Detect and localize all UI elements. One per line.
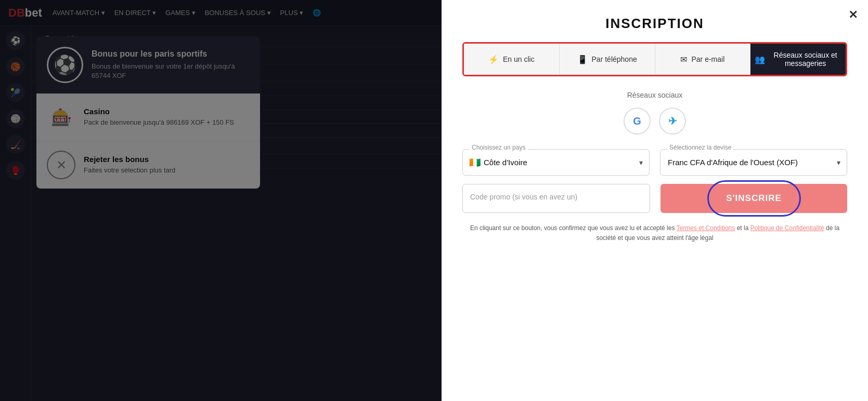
telegram-icon: ✈ [668, 115, 677, 127]
promo-code-input[interactable] [463, 184, 650, 209]
tab-en-un-clic[interactable]: ⚡ En un clic [464, 44, 560, 75]
country-select[interactable]: Côte d'Ivoire [463, 150, 649, 175]
currency-label: Sélectionnez la devise [667, 144, 733, 151]
tab-par-email-label: Par e-mail [691, 55, 724, 63]
google-icon: G [633, 115, 641, 127]
currency-field: Sélectionnez la devise Franc CFA d'Afriq… [660, 149, 847, 176]
terms-text: En cliquant sur ce bouton, vous confirme… [462, 223, 847, 243]
modal-title: INSCRIPTION [462, 16, 847, 32]
tab-en-un-clic-label: En un clic [503, 55, 535, 63]
form-row-country-currency: Choisissez un pays 🇨🇮 Côte d'Ivoire ▾ Sé… [462, 149, 847, 176]
tab-reseaux-sociaux[interactable]: 👥 Réseaux sociaux et messageries [750, 44, 846, 75]
modal-overlay: ✕ INSCRIPTION ⚡ En un clic 📱 Par télépho… [0, 0, 868, 401]
group-icon: 👥 [755, 55, 765, 64]
country-label: Choisissez un pays [470, 144, 527, 151]
terms-text-and: et la [737, 224, 750, 232]
register-btn-wrap: S'INSCRIRE [660, 184, 847, 213]
currency-select[interactable]: Franc CFA d'Afrique de l'Ouest (XOF) [660, 150, 847, 175]
terms-conditions-link[interactable]: Termes et Conditions [677, 224, 735, 232]
social-section-label: Réseaux sociaux [462, 91, 847, 99]
tab-reseaux-label: Réseaux sociaux et messageries [769, 51, 841, 68]
tab-par-email[interactable]: ✉ Par e-mail [655, 44, 751, 75]
currency-select-wrap: Franc CFA d'Afrique de l'Ouest (XOF) ▾ [660, 149, 847, 176]
country-flag: 🇨🇮 [469, 157, 481, 168]
google-login-button[interactable]: G [624, 108, 651, 135]
background: DBbet AVANT-MATCH ▾ EN DIRECT ▾ GAMES ▾ … [0, 0, 868, 401]
content-area: ⚽ 🏀 🎾 🏐 🏒 🥊 ● Ryazan Vityaz — — [0, 26, 868, 401]
lightning-icon: ⚡ [488, 55, 499, 64]
email-icon: ✉ [680, 55, 687, 64]
telegram-login-button[interactable]: ✈ [659, 108, 686, 135]
country-field: Choisissez un pays 🇨🇮 Côte d'Ivoire ▾ [462, 149, 650, 176]
country-select-wrap: 🇨🇮 Côte d'Ivoire ▾ [462, 149, 650, 176]
sinscrire-button[interactable]: S'INSCRIRE [660, 184, 847, 213]
phone-icon: 📱 [577, 55, 588, 64]
modal-close-button[interactable]: ✕ [848, 8, 858, 22]
tab-bar: ⚡ En un clic 📱 Par téléphone ✉ Par e-mai… [462, 42, 847, 76]
privacy-policy-link[interactable]: Politique de Confidentialité [750, 224, 824, 232]
promo-input-wrap [462, 184, 650, 213]
inscription-modal: ✕ INSCRIPTION ⚡ En un clic 📱 Par télépho… [442, 0, 868, 401]
bottom-row: S'INSCRIRE [462, 184, 847, 213]
tab-par-telephone[interactable]: 📱 Par téléphone [560, 44, 655, 75]
social-icons-row: G ✈ [462, 108, 847, 135]
terms-text-before: En cliquant sur ce bouton, vous confirme… [470, 224, 677, 232]
tab-par-telephone-label: Par téléphone [592, 55, 637, 63]
